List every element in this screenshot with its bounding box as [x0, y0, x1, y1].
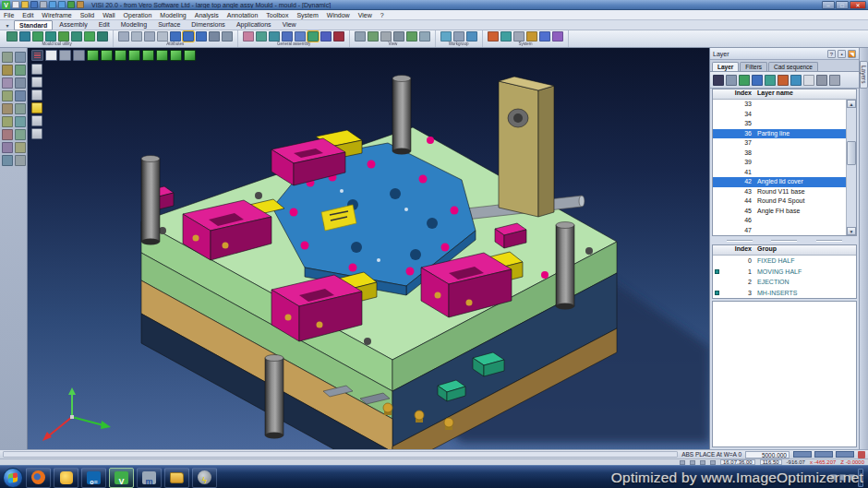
zoom-select-icon[interactable]: [73, 50, 85, 61]
panel-resize-handle[interactable]: [710, 236, 859, 244]
panel-help-button[interactable]: ?: [827, 50, 836, 58]
new-layer-icon[interactable]: [739, 75, 750, 86]
toolbar-dropdown-icon[interactable]: ▾: [3, 22, 12, 29]
layer-row[interactable]: 38: [713, 149, 846, 159]
layer-row[interactable]: 42Angled lid cover: [713, 177, 846, 187]
daemon-tools-icon[interactable]: ϟ: [192, 468, 217, 488]
grid-snap-icon[interactable]: [157, 31, 168, 42]
tab-modeling[interactable]: Modeling: [116, 20, 151, 30]
snap-grid-icon[interactable]: [15, 52, 26, 63]
column-layer-name[interactable]: Layer name: [754, 89, 856, 99]
tab-view[interactable]: View: [278, 20, 301, 30]
messenger-icon[interactable]: [54, 468, 78, 488]
plate-manager-icon[interactable]: [45, 31, 56, 42]
scrollbar-thumb[interactable]: [847, 141, 856, 165]
component-library-icon[interactable]: [58, 31, 69, 42]
new-document-icon[interactable]: [12, 1, 19, 8]
offset-icon[interactable]: [2, 129, 13, 140]
pin-pair-icon[interactable]: [295, 31, 306, 42]
column-index[interactable]: Index: [721, 89, 754, 99]
layer-row[interactable]: 37: [713, 138, 846, 149]
visi-taskbar-icon[interactable]: V: [109, 468, 134, 488]
clipping-toggle-button[interactable]: [31, 115, 42, 126]
scroll-up-icon[interactable]: ▲: [847, 100, 856, 108]
column-group-index[interactable]: Index: [721, 245, 754, 255]
layers-side-tab[interactable]: Layers: [860, 61, 868, 89]
undo-icon[interactable]: [49, 1, 56, 8]
menu-?[interactable]: ?: [380, 12, 384, 18]
pan-icon[interactable]: [380, 31, 392, 42]
panel-pin-button[interactable]: ▪: [838, 50, 846, 58]
layer-row[interactable]: 33: [713, 100, 846, 110]
layer-table-scrollbar[interactable]: ▲ ▼: [846, 100, 856, 235]
tab-edit[interactable]: Edit: [94, 20, 115, 30]
panel-tab-cad-sequence[interactable]: Cad sequence: [768, 62, 818, 71]
menu-edit[interactable]: Edit: [22, 12, 33, 18]
maximize-button[interactable]: □: [836, 1, 849, 9]
section-plane-x-button[interactable]: [31, 64, 42, 75]
tray-icon[interactable]: [849, 474, 855, 481]
scale-icon[interactable]: [2, 155, 13, 166]
entity-attributes-icon[interactable]: [118, 31, 129, 42]
layer-row[interactable]: 45Angle FH base: [713, 207, 846, 217]
mold-3d-model[interactable]: [28, 48, 709, 449]
layer-row[interactable]: 44Round P4 Spout: [713, 196, 846, 207]
show-all-layers-icon[interactable]: [713, 75, 724, 86]
snap-center-icon[interactable]: [2, 77, 13, 89]
layer-report-icon[interactable]: [803, 75, 814, 86]
bom-icon[interactable]: [333, 31, 344, 42]
line-icon[interactable]: [2, 90, 13, 101]
panel-tab-layer[interactable]: Layer: [712, 62, 739, 71]
section-plane-z-button[interactable]: [31, 89, 42, 101]
zoom-all-icon[interactable]: [355, 31, 366, 42]
panel-tab-filters[interactable]: Filters: [740, 62, 767, 71]
scroll-down-icon[interactable]: ▼: [847, 227, 856, 235]
layer-box-icon[interactable]: [131, 31, 142, 42]
share-view-icon[interactable]: [453, 31, 464, 42]
wireframe-view-icon[interactable]: [419, 31, 430, 42]
menu-operation[interactable]: Operation: [124, 12, 152, 18]
menu-system[interactable]: System: [296, 12, 318, 18]
layer-row[interactable]: 35: [713, 119, 846, 129]
preferences-icon[interactable]: [539, 31, 550, 42]
menu-analysis[interactable]: Analysis: [195, 12, 219, 18]
view-top-icon[interactable]: [115, 50, 127, 61]
group-row[interactable]: 2EJECTION: [713, 277, 856, 288]
group-row[interactable]: 3MH-INSERTS: [713, 288, 856, 299]
menu-view[interactable]: View: [358, 12, 372, 18]
replace-component-icon[interactable]: [256, 31, 267, 42]
column-group[interactable]: Group: [754, 245, 856, 255]
start-button[interactable]: [3, 468, 23, 488]
workplane-x-icon[interactable]: [170, 31, 181, 42]
shaded-view-icon[interactable]: [59, 50, 71, 61]
menu-file[interactable]: File: [4, 12, 14, 18]
align-component-icon[interactable]: [269, 31, 280, 42]
settings-icon[interactable]: [77, 1, 84, 8]
select-icon[interactable]: [2, 52, 13, 63]
globe-icon[interactable]: [513, 31, 524, 42]
show-desktop-button[interactable]: [858, 469, 863, 487]
view-right-icon[interactable]: [128, 50, 140, 61]
menu-wall[interactable]: Wall: [102, 12, 115, 18]
color-palette-icon[interactable]: [488, 31, 499, 42]
set-current-layer-icon[interactable]: [752, 75, 763, 86]
speaker-icon[interactable]: [690, 460, 695, 465]
viewport-menu-icon[interactable]: [31, 50, 43, 61]
view-rotate-icon[interactable]: [184, 50, 196, 61]
view-iso-icon[interactable]: [87, 50, 99, 61]
sync-icon[interactable]: [466, 31, 477, 42]
snap-intersect-icon[interactable]: [15, 77, 26, 89]
side-bar-column[interactable]: [499, 77, 554, 217]
mirror-icon[interactable]: [15, 129, 26, 140]
recycle-icon[interactable]: [710, 460, 716, 465]
redo-icon[interactable]: [58, 1, 66, 8]
info-icon[interactable]: [552, 31, 563, 42]
tab-surface[interactable]: Surface: [153, 20, 185, 30]
status-indicator-box[interactable]: [793, 451, 812, 458]
point-icon[interactable]: [15, 103, 26, 114]
viewport-3d[interactable]: [28, 48, 709, 449]
section-plane-y-button[interactable]: [31, 77, 42, 88]
save-icon[interactable]: [30, 1, 38, 8]
find-layer-icon[interactable]: [726, 75, 737, 86]
minimize-button[interactable]: –: [822, 1, 835, 9]
